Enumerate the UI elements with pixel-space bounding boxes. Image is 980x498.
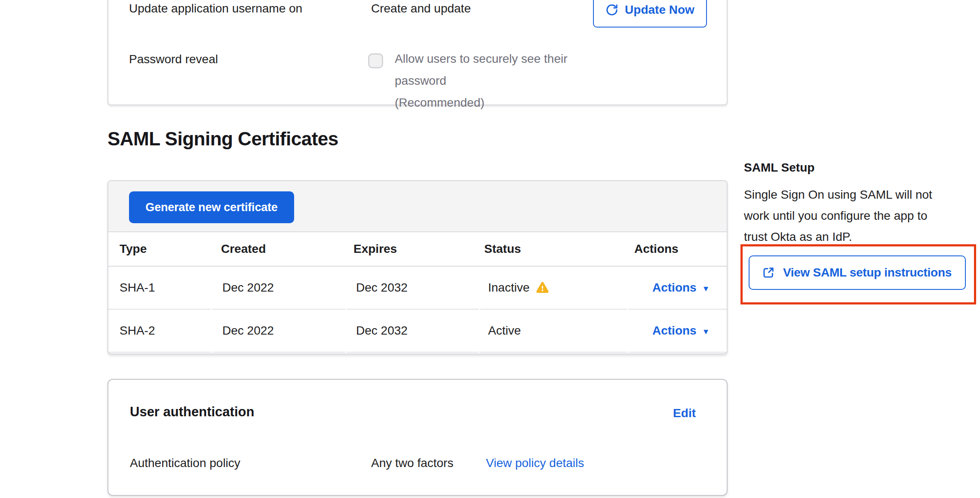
certificates-table-header-row: Type Created Expires Status Actions (108, 232, 727, 267)
update-now-button[interactable]: Update Now (593, 0, 707, 28)
view-policy-details-link[interactable]: View policy details (486, 456, 584, 470)
authentication-policy-value: Any two factors (371, 456, 453, 470)
password-reveal-checkbox-label: Allow users to securely see their passwo… (395, 48, 618, 114)
col-header-expires: Expires (344, 242, 476, 256)
external-link-icon (762, 266, 775, 280)
cert-type: SHA-1 (108, 267, 211, 310)
refresh-icon (605, 3, 618, 16)
cert-actions-cell: Actions ▾ (628, 267, 727, 310)
update-now-label: Update Now (625, 3, 694, 17)
okta-app-settings-page: Update application username on Create an… (0, 0, 980, 498)
table-row: SHA-2 Dec 2022 Dec 2032 Active Actions ▾ (108, 310, 727, 353)
update-username-value: Create and update (371, 2, 471, 15)
user-authentication-heading: User authentication (130, 404, 254, 420)
password-reveal-checkbox[interactable] (368, 53, 383, 68)
cert-created: Dec 2022 (212, 310, 345, 353)
update-username-label: Update application username on (129, 2, 302, 15)
saml-setup-description: Single Sign On using SAML will not work … (744, 184, 980, 247)
page-title: SAML Signing Certificates (108, 128, 338, 150)
cert-expires: Dec 2032 (347, 310, 479, 353)
cert-created: Dec 2022 (212, 267, 345, 310)
caret-down-icon: ▾ (704, 326, 708, 336)
saml-setup-heading: SAML Setup (744, 161, 814, 175)
edit-link[interactable]: Edit (673, 406, 696, 420)
generate-new-certificate-button[interactable]: Generate new certificate (129, 191, 294, 223)
col-header-type: Type (108, 242, 211, 256)
certificates-card-header: Generate new certificate (108, 181, 727, 232)
col-header-created: Created (211, 242, 344, 256)
cert-status: Inactive (480, 267, 627, 310)
view-saml-setup-instructions-button[interactable]: View SAML setup instructions (749, 255, 966, 290)
caret-down-icon: ▾ (704, 283, 708, 293)
actions-dropdown-trigger[interactable]: Actions ▾ (652, 324, 708, 338)
password-reveal-label: Password reveal (129, 52, 218, 66)
warning-triangle-icon (536, 281, 549, 295)
cert-actions-cell: Actions ▾ (628, 310, 727, 353)
user-authentication-card: User authentication Edit Authentication … (108, 379, 728, 496)
authentication-policy-label: Authentication policy (130, 456, 240, 470)
sign-on-settings-card: Update application username on Create an… (108, 0, 728, 105)
col-header-actions: Actions (623, 242, 727, 256)
cert-expires: Dec 2032 (347, 267, 479, 310)
saml-certificates-card: Generate new certificate Type Created Ex… (108, 180, 728, 354)
cert-type: SHA-2 (108, 310, 211, 353)
actions-dropdown-trigger[interactable]: Actions ▾ (652, 281, 708, 295)
view-saml-setup-instructions-label: View SAML setup instructions (783, 266, 952, 280)
col-header-status: Status (476, 242, 623, 256)
cert-status: Active (480, 310, 627, 353)
table-row: SHA-1 Dec 2022 Dec 2032 Inactive Actions… (108, 267, 727, 310)
